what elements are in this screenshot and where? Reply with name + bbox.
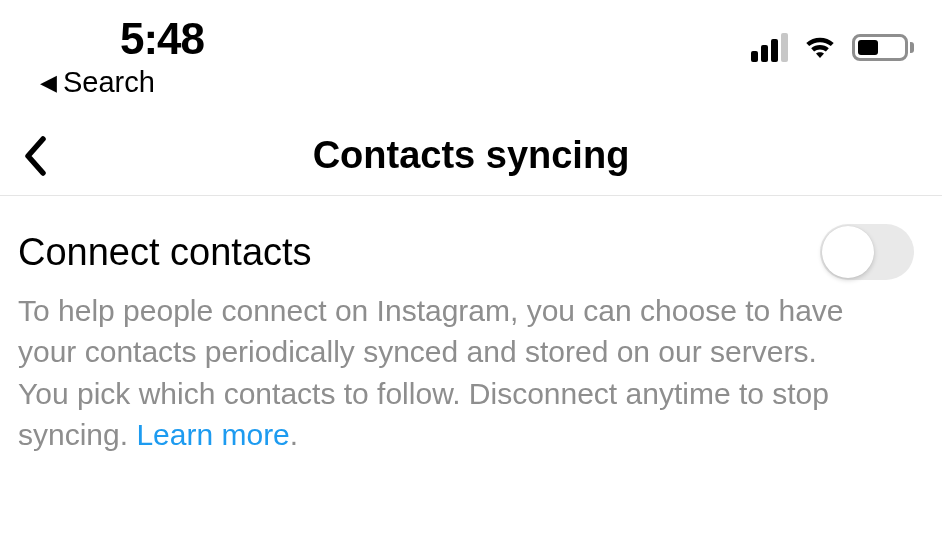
toggle-knob <box>822 226 874 278</box>
setting-header: Connect contacts <box>18 224 914 280</box>
connect-contacts-setting: Connect contacts To help people connect … <box>0 196 942 456</box>
status-left: 5:48 ◀ Search <box>40 14 204 99</box>
battery-icon <box>852 34 914 61</box>
setting-title: Connect contacts <box>18 231 312 274</box>
wifi-icon <box>800 32 840 62</box>
setting-description: To help people connect on Instagram, you… <box>18 290 858 456</box>
setting-desc-period: . <box>290 418 298 451</box>
breadcrumb-label: Search <box>63 66 155 99</box>
status-time: 5:48 <box>120 14 204 64</box>
status-bar: 5:48 ◀ Search <box>0 0 942 96</box>
learn-more-link[interactable]: Learn more <box>136 418 289 451</box>
connect-contacts-toggle[interactable] <box>820 224 914 280</box>
page-title: Contacts syncing <box>0 134 942 177</box>
breadcrumb-back[interactable]: ◀ Search <box>40 66 204 99</box>
nav-bar: Contacts syncing <box>0 96 942 196</box>
breadcrumb-arrow-icon: ◀ <box>40 70 57 96</box>
cellular-icon <box>751 33 788 62</box>
status-indicators <box>751 14 920 62</box>
